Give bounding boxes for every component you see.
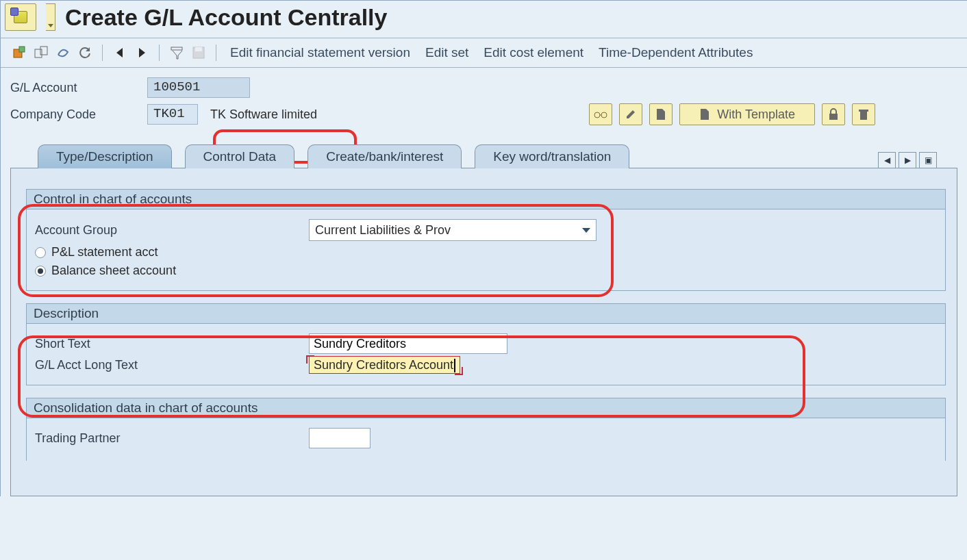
- tab-control-data[interactable]: Control Data: [185, 144, 295, 168]
- tab-key-word-translation[interactable]: Key word/translation: [475, 144, 629, 168]
- tab-label: Create/bank/interest: [326, 149, 443, 164]
- toolbar-separator: [102, 44, 103, 61]
- transaction-dropdown-icon[interactable]: [46, 3, 55, 31]
- toolbar-separator: [159, 44, 160, 61]
- next-icon[interactable]: [133, 44, 151, 62]
- group-description: Description Short Text G/L Acct Long Tex…: [26, 303, 946, 385]
- filter-icon[interactable]: [168, 44, 186, 62]
- chevron-down-icon: [582, 228, 590, 233]
- gl-account-label: G/L Account: [10, 81, 147, 95]
- group-control-chart: Control in chart of accounts Account Gro…: [26, 189, 946, 291]
- svg-rect-11: [859, 110, 868, 112]
- group-title: Consolidation data in chart of accounts: [27, 398, 945, 418]
- group-title: Description: [27, 304, 945, 324]
- glasses-display-button[interactable]: [589, 103, 612, 125]
- long-text-value: Sundry Creditors Account: [314, 358, 453, 372]
- edit-cost-element-link[interactable]: Edit cost element: [478, 44, 589, 62]
- radio-label: P&L statement acct: [51, 245, 158, 259]
- refresh-icon[interactable]: [76, 44, 94, 62]
- short-text-label: Short Text: [35, 337, 309, 351]
- time-dependent-attr-link[interactable]: Time-Dependent Attributes: [593, 44, 758, 62]
- pl-statement-radio[interactable]: P&L statement acct: [35, 245, 158, 259]
- svg-rect-4: [171, 47, 182, 50]
- balance-sheet-radio[interactable]: Balance sheet account: [35, 264, 176, 278]
- tab-label: Type/Description: [56, 149, 153, 164]
- tab-list-button[interactable]: ▣: [919, 152, 937, 168]
- group-title: Control in chart of accounts: [27, 190, 945, 209]
- tab-scroll-right-button[interactable]: ▶: [899, 152, 916, 168]
- toolbar: Edit financial statement version Edit se…: [1, 38, 967, 68]
- save-icon[interactable]: [190, 44, 208, 62]
- tab-type-description[interactable]: Type/Description: [38, 144, 172, 168]
- delete-button[interactable]: [852, 103, 875, 125]
- tab-label: Control Data: [203, 149, 277, 164]
- trading-partner-input[interactable]: [309, 428, 371, 448]
- edit-set-link[interactable]: Edit set: [420, 44, 474, 62]
- new-document-button[interactable]: [649, 103, 673, 125]
- svg-rect-9: [829, 114, 838, 120]
- with-template-button[interactable]: With Template: [679, 103, 815, 125]
- svg-rect-1: [19, 47, 25, 52]
- create-icon[interactable]: [10, 44, 28, 62]
- edit-pencil-button[interactable]: [619, 103, 642, 125]
- short-text-input[interactable]: [309, 333, 507, 354]
- with-template-label: With Template: [717, 107, 795, 122]
- svg-point-7: [594, 112, 600, 118]
- tab-label: Key word/translation: [493, 149, 611, 164]
- display-icon[interactable]: [54, 44, 72, 62]
- svg-rect-6: [195, 47, 202, 51]
- tab-scroll-left-button[interactable]: ◀: [878, 152, 896, 168]
- company-code-label: Company Code: [10, 107, 147, 122]
- account-group-select[interactable]: Current Liabilities & Prov: [309, 219, 596, 241]
- svg-point-8: [601, 112, 607, 118]
- edit-fsv-link[interactable]: Edit financial statement version: [225, 44, 416, 62]
- transaction-icon[interactable]: [5, 3, 36, 31]
- account-group-label: Account Group: [35, 223, 309, 238]
- long-text-input[interactable]: Sundry Creditors Account: [309, 356, 460, 374]
- svg-rect-10: [860, 112, 867, 120]
- change-icon[interactable]: [32, 44, 50, 62]
- gl-account-input[interactable]: 100501: [147, 77, 250, 98]
- text-cursor: [454, 359, 455, 372]
- long-text-label: G/L Acct Long Text: [35, 358, 309, 372]
- radio-label: Balance sheet account: [51, 264, 176, 278]
- account-group-value: Current Liabilities & Prov: [315, 223, 451, 238]
- tab-create-bank-interest[interactable]: Create/bank/interest: [307, 144, 462, 168]
- lock-button[interactable]: [822, 103, 845, 125]
- trading-partner-label: Trading Partner: [35, 431, 309, 446]
- prev-icon[interactable]: [111, 44, 129, 62]
- company-code-desc: TK Software limited: [210, 107, 317, 122]
- company-code-input[interactable]: TK01: [147, 104, 198, 125]
- group-consolidation: Consolidation data in chart of accounts …: [26, 398, 946, 461]
- page-title: Create G/L Account Centrally: [65, 4, 387, 31]
- toolbar-separator: [216, 44, 216, 61]
